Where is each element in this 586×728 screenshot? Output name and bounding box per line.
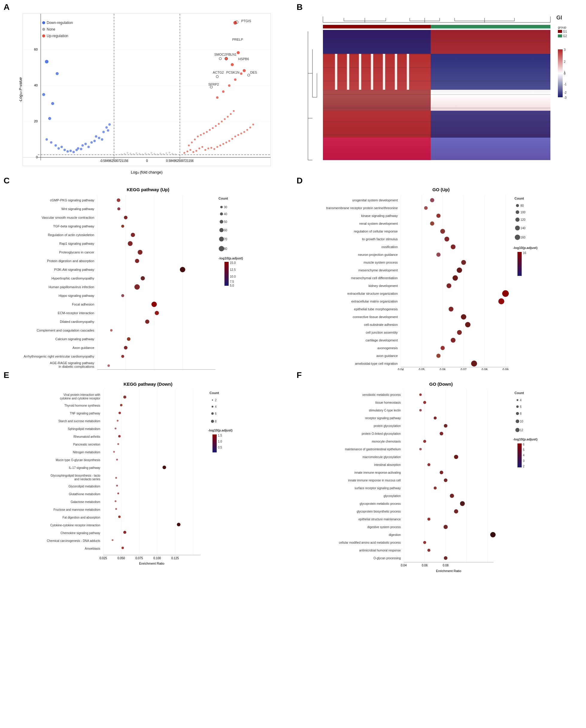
svg-point-249 — [219, 246, 224, 251]
svg-point-24 — [70, 150, 72, 152]
svg-text:Focal adhesion: Focal adhesion — [72, 303, 94, 306]
svg-rect-159 — [323, 94, 431, 95]
svg-text:Glutathione metabolism: Glutathione metabolism — [69, 493, 100, 496]
svg-text:50: 50 — [224, 220, 227, 224]
svg-text:Thyroid hormone synthesis: Thyroid hormone synthesis — [65, 404, 100, 407]
svg-text:kinase signaling pathway: kinase signaling pathway — [361, 214, 398, 217]
svg-point-319 — [516, 210, 519, 214]
svg-rect-395 — [212, 435, 217, 452]
svg-point-368 — [117, 420, 119, 422]
svg-point-220 — [124, 216, 127, 219]
svg-point-48 — [127, 152, 128, 154]
svg-rect-166 — [431, 81, 551, 81]
svg-point-76 — [216, 146, 218, 148]
svg-point-92 — [197, 135, 199, 137]
svg-point-32 — [91, 141, 93, 144]
svg-text:0.08: 0.08 — [443, 564, 449, 567]
kegg-down-title: KEGG pathway (Down) — [6, 382, 290, 387]
panel-c-label: C — [4, 176, 9, 185]
svg-point-78 — [222, 143, 224, 145]
svg-text:GI: GI — [556, 15, 562, 21]
svg-text:digestive system process: digestive system process — [367, 525, 401, 529]
svg-rect-161 — [323, 121, 431, 122]
svg-point-96 — [209, 129, 211, 131]
svg-point-25 — [72, 151, 75, 153]
svg-point-376 — [116, 485, 118, 487]
svg-point-381 — [177, 523, 180, 526]
svg-text:intestinal absorption: intestinal absorption — [374, 463, 401, 467]
svg-point-72 — [204, 149, 206, 151]
svg-point-19 — [54, 144, 57, 147]
svg-text:Enrichment Ratio: Enrichment Ratio — [139, 562, 164, 565]
svg-rect-160 — [323, 108, 431, 108]
svg-point-17 — [46, 138, 48, 140]
svg-text:6: 6 — [523, 443, 525, 446]
svg-point-68 — [193, 151, 194, 153]
svg-point-437 — [423, 440, 426, 443]
svg-text:0.025: 0.025 — [99, 556, 107, 560]
svg-text:Chemical carcinogenesis - DNA : Chemical carcinogenesis - DNA adducts — [47, 539, 100, 543]
svg-text:IL-17 signaling pathway: IL-17 signaling pathway — [69, 466, 100, 469]
svg-point-323 — [515, 226, 520, 230]
svg-point-304 — [453, 275, 458, 281]
svg-text:stimulatory C-type lectin: stimulatory C-type lectin — [369, 409, 401, 412]
svg-point-37 — [102, 131, 105, 133]
svg-rect-136 — [323, 25, 431, 28]
svg-point-67 — [189, 149, 191, 151]
svg-point-100 — [221, 121, 223, 122]
svg-text:30: 30 — [224, 206, 227, 209]
svg-rect-171 — [335, 54, 337, 90]
svg-point-451 — [427, 549, 430, 552]
svg-text:G2: G2 — [563, 34, 567, 38]
svg-point-371 — [117, 443, 119, 445]
svg-rect-173 — [359, 54, 361, 90]
svg-point-132 — [42, 28, 45, 31]
svg-text:xenobiotic metabolic process: xenobiotic metabolic process — [362, 393, 401, 396]
svg-point-101 — [224, 118, 226, 120]
svg-point-299 — [444, 237, 449, 241]
svg-point-73 — [207, 148, 209, 149]
svg-point-303 — [457, 267, 462, 273]
svg-point-225 — [135, 259, 139, 263]
svg-point-110 — [243, 69, 246, 72]
svg-text:Sphingolipid metabolism: Sphingolipid metabolism — [68, 427, 100, 431]
svg-text:regulation of cellular respons: regulation of cellular response — [354, 230, 398, 233]
svg-point-95 — [206, 131, 208, 133]
svg-text:6: 6 — [520, 405, 521, 409]
svg-point-315 — [471, 361, 477, 367]
svg-point-436 — [440, 432, 443, 435]
svg-point-80 — [228, 140, 230, 142]
svg-text:antimicrobial humoral response: antimicrobial humoral response — [359, 549, 401, 552]
svg-text:protein O-linked glycosylation: protein O-linked glycosylation — [361, 432, 401, 435]
svg-text:kidney development: kidney development — [368, 284, 398, 288]
svg-text:Proteoglycans in cancer: Proteoglycans in cancer — [59, 251, 95, 254]
svg-rect-164 — [431, 54, 551, 54]
svg-point-224 — [138, 250, 143, 255]
svg-text:glycoprotein metabolic process: glycoprotein metabolic process — [360, 502, 401, 505]
svg-point-369 — [114, 427, 117, 430]
svg-text:Human papillomavirus infection: Human papillomavirus infection — [49, 285, 94, 289]
svg-rect-137 — [431, 25, 551, 28]
svg-text:axon guidance: axon guidance — [376, 354, 398, 358]
svg-point-444 — [450, 494, 454, 498]
svg-point-372 — [113, 451, 115, 453]
svg-point-30 — [84, 143, 87, 145]
svg-point-105 — [216, 96, 219, 99]
svg-text:cytokine and cytokine receptor: cytokine and cytokine receptor — [60, 397, 101, 400]
svg-text:Axon guidance: Axon guidance — [72, 346, 94, 349]
svg-rect-465 — [517, 443, 521, 467]
svg-point-53 — [142, 154, 143, 155]
svg-point-446 — [454, 509, 458, 514]
svg-text:Regulation of actin cytoskelet: Regulation of actin cytoskeleton — [48, 233, 94, 237]
panel-f: F GO (Down) xenobiotic metabolic process… — [293, 368, 586, 577]
svg-text:and neolacto series: and neolacto series — [74, 477, 100, 481]
svg-point-229 — [121, 294, 124, 297]
svg-point-52 — [138, 153, 141, 155]
svg-text:ossification: ossification — [382, 245, 398, 249]
svg-rect-148 — [431, 54, 551, 90]
svg-point-310 — [465, 322, 470, 327]
svg-point-449 — [490, 532, 495, 538]
svg-point-88 — [252, 124, 254, 125]
go-down-chart: xenobiotic metabolic process tissue home… — [299, 388, 574, 579]
svg-text:Pancreatic secretion: Pancreatic secretion — [73, 443, 100, 446]
